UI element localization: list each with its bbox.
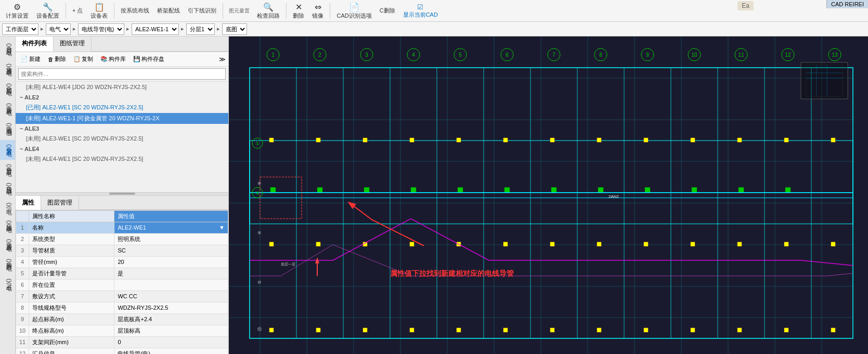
copy-component-button[interactable]: 📋 复制 <box>71 54 96 65</box>
sep5 <box>330 3 330 19</box>
sidebar-item-lights[interactable]: 灯具(电)(D) <box>0 39 15 59</box>
dropdown-arrow-icon[interactable]: ▼ <box>219 224 225 231</box>
tree-item[interactable]: [未用] ALE1-WE4 [JDG 20 WDZN-RYJS-2X2.5] <box>16 82 228 93</box>
svg-rect-108 <box>645 187 650 193</box>
prop-row-num: 6 <box>16 279 29 290</box>
new-label: 新建 <box>29 55 41 63</box>
prop-value-cell: 照明系统 <box>114 233 228 245</box>
delete-button[interactable]: ✕ 删除 <box>289 1 308 21</box>
prop-value-text: ALE2-WE1 <box>118 224 218 231</box>
sidebar-item-fittings[interactable]: 通头(电)(R) <box>0 235 15 255</box>
svg-rect-94 <box>597 328 601 332</box>
c-delete-button[interactable]: C删除 <box>376 5 399 16</box>
search-input[interactable] <box>18 68 226 80</box>
equipment-table-button[interactable]: 📋 设备表 <box>87 1 111 21</box>
sep-triangle: ▸ <box>41 26 44 32</box>
equipment-icon: 🔧 <box>43 2 53 12</box>
equipment-settings-button[interactable]: 🔧 设备配置 <box>33 1 63 21</box>
h-scrollbar[interactable] <box>16 192 228 195</box>
tab-component-list[interactable]: 构件列表 <box>16 36 54 52</box>
sidebar-item-el-n[interactable]: (电)(N) <box>0 274 15 295</box>
svg-rect-105 <box>504 187 510 193</box>
svg-rect-90 <box>410 328 414 332</box>
sidebar-item-el-i[interactable]: (电)(I) <box>0 198 15 216</box>
prop-name-cell: 终点标高(m) <box>29 325 114 336</box>
sidebar-item-wires[interactable]: 导线(电)(Z) <box>0 179 15 198</box>
svg-text:⑨: ⑨ <box>257 231 261 235</box>
svg-rect-110 <box>739 187 744 193</box>
tree-group-ale2[interactable]: ~ ALE2 <box>16 93 228 102</box>
show-current-cad-button[interactable]: ☑ 显示当前CAD <box>399 2 442 20</box>
bridge-wiring-button[interactable]: 桥架配线 <box>153 5 184 16</box>
wire-type-select[interactable]: 电线导管(电) <box>78 23 124 35</box>
view-select[interactable]: 底图 <box>222 23 247 35</box>
sidebar-item-cabinets[interactable]: 箱柜(电)(P) <box>0 79 15 99</box>
sep-triangle2: ▸ <box>73 26 76 32</box>
tree-item-ale4-we1[interactable]: [未用] ALE4-WE1 [SC 20 WDZN-RYJS-2X2.5] <box>16 154 228 165</box>
prop-name-cell: 汇总信息 <box>29 348 114 354</box>
sidebar-item-boxes[interactable]: 插座(电)(K) <box>0 59 15 79</box>
tree-item-ale2-we1-1[interactable]: [未用] ALE2-WE1-1 [可挠金属管 20 WDZN-RYJS-2X <box>16 113 228 124</box>
sidebar-item-conduit-x[interactable]: 导管(电)(X) <box>0 140 15 160</box>
component-library-button[interactable]: 📚 构件库 <box>98 54 128 65</box>
layer-select[interactable]: 分层1 <box>186 23 215 35</box>
copy-label: 复制 <box>82 55 93 63</box>
work-surface-select[interactable]: 工作面层 <box>2 23 38 35</box>
delete-component-button[interactable]: 🗑 删除 <box>45 54 69 65</box>
tab-properties[interactable]: 属性 <box>16 196 41 210</box>
save-label: 构件存盘 <box>141 55 164 63</box>
checkbox-icon: ☑ <box>417 3 423 11</box>
sidebar-item-conduit-l[interactable]: 导管(电)(L) <box>0 160 15 179</box>
left-panels: 构件列表 图纸管理 📄 新建 🗑 删除 📋 复制 📚 <box>16 36 229 354</box>
sidebar-item-devices[interactable]: 设备(电)(S) <box>0 99 15 119</box>
sep3 <box>223 3 223 19</box>
tab-drawing-management[interactable]: 图纸管理 <box>54 36 92 52</box>
circuit-select[interactable]: ALE2-WE1-1 <box>132 23 179 35</box>
new-component-button[interactable]: 📄 新建 <box>18 54 43 65</box>
svg-rect-97 <box>737 328 742 332</box>
svg-rect-92 <box>503 328 508 332</box>
svg-rect-109 <box>692 187 697 193</box>
tab-layer-management[interactable]: 图层管理 <box>41 196 79 210</box>
svg-rect-104 <box>458 187 463 193</box>
tree-group-ale3[interactable]: ~ ALE3 <box>16 124 228 133</box>
svg-rect-98 <box>784 328 788 332</box>
expand-icon[interactable]: ≫ <box>219 56 226 63</box>
tree-item-ale3-we1[interactable]: [未用] ALE3-WE1 [SC 20 WDZN-RYJS-2X2.5] <box>16 133 228 144</box>
calc-settings-button[interactable]: ⚙ 计算设置 <box>2 1 32 21</box>
svg-text:⑧: ⑧ <box>257 181 261 186</box>
cad-viewport[interactable]: 1 2 3 4 5 6 7 8 9 10 11 12 13 <box>229 36 868 354</box>
svg-rect-74 <box>269 242 274 246</box>
tree-item-ale2-we1[interactable]: [已用] ALE2-WE1 [SC 20 WDZN-RYJS-2X2.5] <box>16 102 228 113</box>
main-toolbar: ⚙ 计算设置 🔧 设备配置 + 点 📋 设备表 按系统布线 桥架配线 引下线识别… <box>0 0 868 22</box>
svg-rect-77 <box>410 242 414 246</box>
equipment-settings-label: 设备配置 <box>36 12 59 20</box>
guide-identify-button[interactable]: 引下线识别 <box>184 5 220 16</box>
cad-identify-options-button[interactable]: 📄 CAD识别选项 <box>333 1 375 21</box>
svg-text:13: 13 <box>832 52 838 58</box>
prop-name-cell: 起点标高(m) <box>29 313 114 325</box>
mirror-button[interactable]: ⇔ 镜像 <box>308 1 327 21</box>
svg-rect-81 <box>597 242 601 246</box>
svg-text:②: ② <box>255 191 260 196</box>
svg-text:底层一层: 底层一层 <box>281 262 295 266</box>
sidebar-item-trench[interactable]: 电沟(电)(W) <box>0 119 15 140</box>
check-circuit-button[interactable]: 🔍 检查回路 <box>253 1 283 21</box>
svg-text:1: 1 <box>271 52 275 58</box>
discipline-select[interactable]: 电气 <box>46 23 71 35</box>
svg-rect-65 <box>457 138 461 142</box>
save-component-button[interactable]: 💾 构件存盘 <box>131 54 167 65</box>
prop-value-cell[interactable]: ALE2-WE1▼ <box>114 222 228 233</box>
tree-group-ale4[interactable]: ~ ALE4 <box>16 144 228 154</box>
svg-text:4: 4 <box>412 52 415 58</box>
prop-name-cell: 导管材质 <box>29 245 114 256</box>
prop-row-num: 8 <box>16 302 29 313</box>
prop-value-cell: 层底板高+2.4 <box>114 313 228 325</box>
component-list-panel: 构件列表 图纸管理 📄 新建 🗑 删除 📋 复制 📚 <box>16 36 228 196</box>
prop-row-num: 1 <box>16 222 29 233</box>
add-point-button[interactable]: + 点 <box>69 5 86 16</box>
sidebar-item-parts[interactable]: 构件(电)(A) <box>0 255 15 274</box>
sidebar-item-grounding[interactable]: 接地(电)(J) <box>0 216 15 235</box>
prop-value-cell: 是 <box>114 268 228 279</box>
by-system-button[interactable]: 按系统布线 <box>117 5 153 16</box>
